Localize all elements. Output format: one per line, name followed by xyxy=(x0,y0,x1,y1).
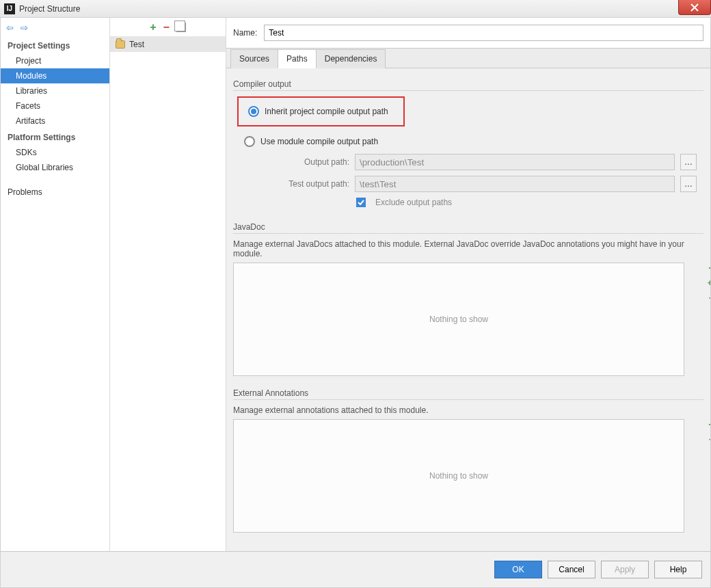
test-output-path-label: Test output path: xyxy=(267,179,349,189)
folder-icon xyxy=(116,40,125,49)
javadoc-remove-icon[interactable]: − xyxy=(706,293,710,304)
javadoc-list: Nothing to show xyxy=(233,263,684,376)
window-title: Project Structure xyxy=(19,4,80,14)
sidebar-item-global-libraries[interactable]: Global Libraries xyxy=(1,160,109,175)
remove-module-icon[interactable]: − xyxy=(163,21,170,34)
tab-sources[interactable]: Sources xyxy=(230,49,278,68)
module-name-input[interactable] xyxy=(264,25,703,41)
inherit-highlight: Inherit project compile output path xyxy=(237,96,405,126)
output-path-browse-button[interactable]: … xyxy=(680,154,697,170)
javadoc-desc: Manage external JavaDocs attached to thi… xyxy=(233,239,703,258)
annotations-add-icon[interactable]: + xyxy=(706,419,710,430)
javadoc-add-url-icon[interactable]: +● xyxy=(706,278,710,289)
add-module-icon[interactable]: + xyxy=(150,21,156,34)
module-detail-panel: Name: Sources Paths Dependencies Compile… xyxy=(226,18,710,551)
sidebar-nav-toolbar: ⇦ ⇨ xyxy=(1,18,109,37)
javadoc-empty-text: Nothing to show xyxy=(429,315,488,324)
annotations-remove-icon[interactable]: − xyxy=(706,434,710,445)
radio-use-module-label: Use module compile output path xyxy=(260,137,378,146)
copy-module-icon[interactable] xyxy=(176,23,186,32)
annotations-group-label: External Annotations xyxy=(233,388,703,400)
module-item-label: Test xyxy=(129,40,144,49)
window-close-button[interactable] xyxy=(678,0,711,15)
cancel-button[interactable]: Cancel xyxy=(548,561,595,578)
nav-forward-icon[interactable]: ⇨ xyxy=(21,23,28,33)
sidebar-item-artifacts[interactable]: Artifacts xyxy=(1,113,109,129)
tab-dependencies[interactable]: Dependencies xyxy=(316,49,386,68)
section-project-settings: Project Settings xyxy=(1,37,109,53)
sidebar-item-libraries[interactable]: Libraries xyxy=(1,83,109,98)
compiler-output-group-label: Compiler output xyxy=(233,79,703,91)
radio-inherit-label: Inherit project compile output path xyxy=(265,107,388,116)
close-icon xyxy=(690,3,699,12)
help-button[interactable]: Help xyxy=(654,561,702,578)
tab-paths-body: Compiler output Inherit project compile … xyxy=(226,68,710,551)
exclude-output-label: Exclude output paths xyxy=(375,198,452,207)
sidebar-item-facets[interactable]: Facets xyxy=(1,98,109,113)
nav-back-icon[interactable]: ⇦ xyxy=(6,23,14,33)
radio-inherit[interactable] xyxy=(248,106,259,117)
apply-button: Apply xyxy=(601,561,649,578)
annotations-desc: Manage external annotations attached to … xyxy=(233,405,703,415)
output-path-input xyxy=(355,154,675,170)
javadoc-group-label: JavaDoc xyxy=(233,222,703,234)
test-output-path-input xyxy=(355,176,675,192)
titlebar: IJ Project Structure xyxy=(0,0,711,18)
module-list-toolbar: + − xyxy=(110,18,226,37)
app-icon: IJ xyxy=(4,3,15,14)
sidebar-item-problems[interactable]: Problems xyxy=(1,185,109,200)
name-label: Name: xyxy=(233,28,257,38)
javadoc-add-icon[interactable]: + xyxy=(706,263,710,273)
dialog-footer: OK Cancel Apply Help xyxy=(0,551,711,588)
sidebar-item-modules[interactable]: Modules xyxy=(1,68,109,83)
radio-use-module[interactable] xyxy=(244,136,255,147)
section-platform-settings: Platform Settings xyxy=(1,129,109,145)
sidebar-item-project[interactable]: Project xyxy=(1,53,109,68)
annotations-list: Nothing to show xyxy=(233,419,684,533)
output-path-label: Output path: xyxy=(267,157,349,167)
module-item-test[interactable]: Test xyxy=(110,37,226,52)
annotations-empty-text: Nothing to show xyxy=(429,471,488,481)
exclude-output-checkbox[interactable] xyxy=(356,198,366,207)
module-tabs: Sources Paths Dependencies xyxy=(226,48,710,68)
sidebar: ⇦ ⇨ Project Settings Project Modules Lib… xyxy=(1,18,110,551)
module-list-panel: + − Test xyxy=(110,18,226,551)
test-output-path-browse-button[interactable]: … xyxy=(680,176,697,192)
ok-button[interactable]: OK xyxy=(494,561,542,578)
tab-paths[interactable]: Paths xyxy=(278,49,317,68)
sidebar-item-sdks[interactable]: SDKs xyxy=(1,145,109,160)
